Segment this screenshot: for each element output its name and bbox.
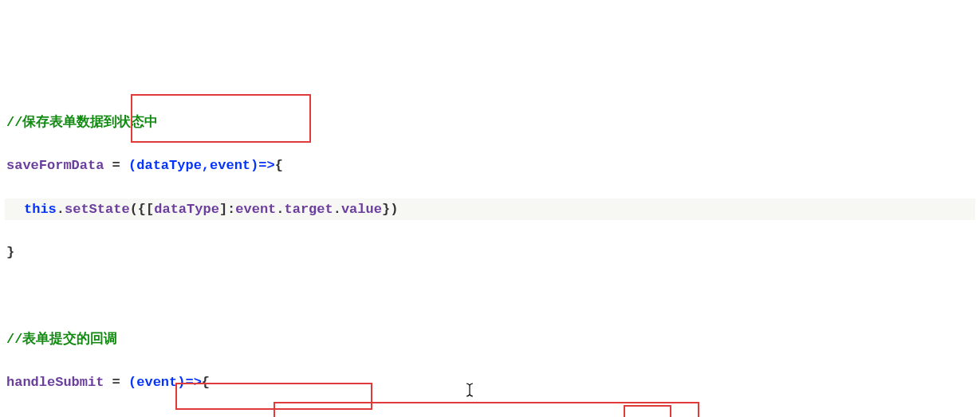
- comment-submit: //表单提交的回调: [6, 332, 117, 347]
- comment-save: //保存表单数据到状态中: [6, 115, 158, 130]
- code-editor[interactable]: //保存表单数据到状态中 saveFormData = (dataType,ev…: [5, 90, 975, 417]
- fn-saveFormData: saveFormData: [6, 158, 104, 173]
- fn-handleSubmit: handleSubmit: [6, 375, 104, 390]
